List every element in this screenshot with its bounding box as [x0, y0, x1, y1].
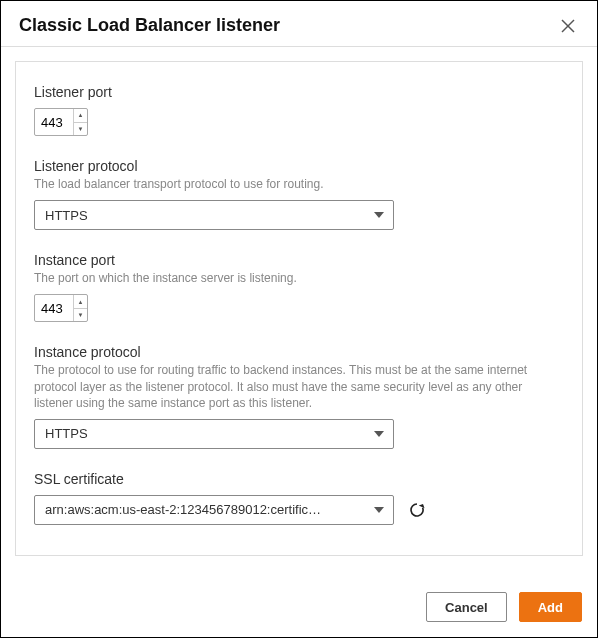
modal-header: Classic Load Balancer listener — [1, 1, 597, 47]
ssl-certificate-value: arn:aws:acm:us-east-2:123456789012:certi… — [45, 502, 321, 517]
stepper-down-icon[interactable]: ▼ — [74, 309, 87, 322]
field-listener-protocol: Listener protocol The load balancer tran… — [34, 158, 564, 230]
instance-protocol-value: HTTPS — [45, 426, 88, 441]
svg-marker-4 — [374, 507, 384, 513]
stepper-up-icon[interactable]: ▲ — [74, 295, 87, 309]
stepper-up-icon[interactable]: ▲ — [74, 109, 87, 123]
modal-body: Listener port ▲ ▼ Listener protocol The … — [15, 61, 583, 556]
stepper-down-icon[interactable]: ▼ — [74, 123, 87, 136]
instance-port-desc: The port on which the instance server is… — [34, 270, 564, 286]
instance-protocol-select[interactable]: HTTPS — [34, 419, 394, 449]
field-ssl-certificate: SSL certificate arn:aws:acm:us-east-2:12… — [34, 471, 564, 525]
instance-port-input[interactable]: ▲ ▼ — [34, 294, 88, 322]
ssl-certificate-row: arn:aws:acm:us-east-2:123456789012:certi… — [34, 495, 564, 525]
caret-down-icon — [373, 211, 385, 219]
cancel-button[interactable]: Cancel — [426, 592, 507, 622]
caret-down-icon — [373, 430, 385, 438]
ssl-certificate-select[interactable]: arn:aws:acm:us-east-2:123456789012:certi… — [34, 495, 394, 525]
listener-protocol-desc: The load balancer transport protocol to … — [34, 176, 564, 192]
field-listener-port: Listener port ▲ ▼ — [34, 84, 564, 136]
instance-port-value[interactable] — [35, 297, 73, 320]
refresh-icon[interactable] — [408, 501, 426, 519]
instance-protocol-desc: The protocol to use for routing traffic … — [34, 362, 564, 411]
field-instance-protocol: Instance protocol The protocol to use fo… — [34, 344, 564, 449]
svg-marker-3 — [374, 431, 384, 437]
listener-port-value[interactable] — [35, 111, 73, 134]
listener-protocol-label: Listener protocol — [34, 158, 564, 174]
instance-port-stepper[interactable]: ▲ ▼ — [73, 295, 87, 321]
listener-protocol-value: HTTPS — [45, 208, 88, 223]
modal-title: Classic Load Balancer listener — [19, 15, 280, 36]
modal-footer: Cancel Add — [0, 576, 598, 638]
listener-port-stepper[interactable]: ▲ ▼ — [73, 109, 87, 135]
instance-protocol-label: Instance protocol — [34, 344, 564, 360]
instance-port-label: Instance port — [34, 252, 564, 268]
listener-protocol-select[interactable]: HTTPS — [34, 200, 394, 230]
listener-port-label: Listener port — [34, 84, 564, 100]
modal-body-wrap: Listener port ▲ ▼ Listener protocol The … — [1, 47, 597, 556]
ssl-certificate-label: SSL certificate — [34, 471, 564, 487]
listener-port-input[interactable]: ▲ ▼ — [34, 108, 88, 136]
svg-marker-2 — [374, 212, 384, 218]
close-icon[interactable] — [557, 17, 579, 35]
caret-down-icon — [373, 506, 385, 514]
field-instance-port: Instance port The port on which the inst… — [34, 252, 564, 322]
add-button[interactable]: Add — [519, 592, 582, 622]
